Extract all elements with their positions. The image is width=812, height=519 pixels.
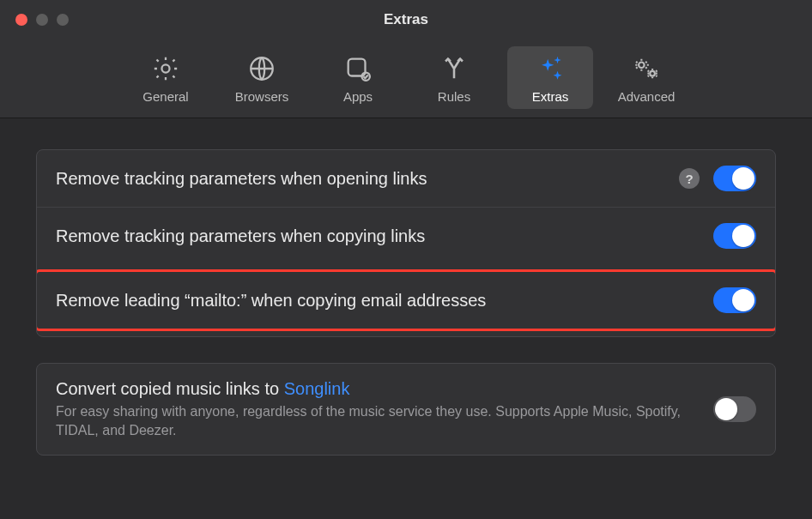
toggle-remove-tracking-open[interactable] — [713, 166, 756, 191]
svg-point-0 — [161, 64, 169, 72]
tab-advanced[interactable]: Advanced — [603, 46, 689, 109]
gear-icon — [150, 53, 181, 84]
row-songlink: Convert copied music links to Songlink F… — [37, 364, 775, 455]
help-button[interactable]: ? — [679, 168, 700, 189]
settings-card: Remove tracking parameters when opening … — [36, 149, 776, 337]
tab-label: Rules — [438, 89, 470, 104]
globe-icon — [246, 53, 277, 84]
highlighted-row: Remove leading “mailto:” when copying em… — [36, 269, 776, 331]
settings-card-2: Convert copied music links to Songlink F… — [36, 363, 776, 456]
tab-label: Apps — [343, 89, 373, 104]
titlebar: Extras — [0, 0, 812, 39]
tab-general[interactable]: General — [123, 46, 209, 109]
toolbar: General Browsers Apps Rules Extras Advan… — [0, 39, 812, 118]
app-icon — [342, 53, 373, 84]
row-label: Remove tracking parameters when copying … — [56, 226, 700, 246]
maximize-window-button[interactable] — [57, 14, 69, 26]
sparkle-icon — [535, 53, 566, 84]
toggle-remove-mailto[interactable] — [713, 287, 756, 313]
content: Remove tracking parameters when opening … — [0, 118, 812, 486]
tab-label: Browsers — [235, 89, 289, 104]
tab-extras[interactable]: Extras — [507, 46, 593, 109]
row-label: Convert copied music links to Songlink — [56, 379, 700, 399]
tab-apps[interactable]: Apps — [315, 46, 401, 109]
tab-label: Extras — [532, 89, 569, 104]
tab-browsers[interactable]: Browsers — [219, 46, 305, 109]
svg-point-5 — [650, 71, 655, 76]
tab-label: Advanced — [618, 89, 676, 104]
row-label-group: Convert copied music links to Songlink F… — [56, 379, 700, 439]
songlink-link[interactable]: Songlink — [284, 379, 350, 398]
gears-icon — [631, 53, 662, 84]
toggle-songlink[interactable] — [713, 396, 756, 422]
window-title: Extras — [0, 11, 812, 28]
label-text: Convert copied music links to — [56, 379, 284, 398]
row-sublabel: For easy sharing with anyone, regardless… — [56, 402, 700, 439]
tab-rules[interactable]: Rules — [411, 46, 497, 109]
traffic-lights — [0, 14, 69, 26]
row-remove-tracking-open: Remove tracking parameters when opening … — [37, 150, 775, 207]
row-label: Remove tracking parameters when opening … — [56, 169, 665, 189]
tab-label: General — [142, 89, 188, 104]
row-label: Remove leading “mailto:” when copying em… — [56, 291, 700, 311]
row-remove-mailto: Remove leading “mailto:” when copying em… — [37, 272, 775, 329]
toggle-remove-tracking-copy[interactable] — [713, 223, 756, 249]
svg-point-4 — [639, 62, 645, 68]
minimize-window-button[interactable] — [36, 14, 48, 26]
split-icon — [439, 53, 470, 84]
row-remove-tracking-copy: Remove tracking parameters when copying … — [37, 207, 775, 264]
close-window-button[interactable] — [15, 14, 27, 26]
